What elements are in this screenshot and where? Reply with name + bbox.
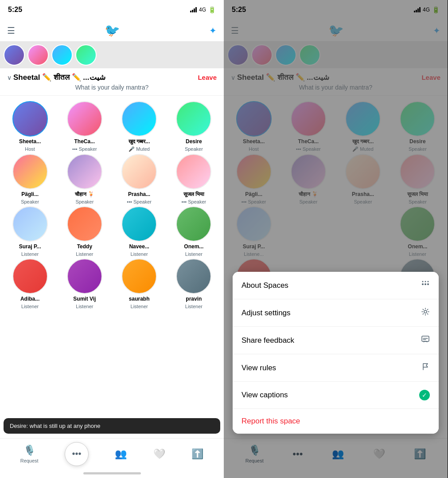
notification-banner-left: Desire: what is still up at any phone: [4, 418, 220, 434]
report-space-label: Report this space: [242, 417, 300, 426]
role-pravin: Listener: [185, 304, 203, 309]
name-pagli: Pägli...: [21, 191, 39, 197]
svg-point-6: [424, 310, 427, 313]
avatar-theca: [67, 101, 102, 137]
participant-10[interactable]: Teddy Listener: [58, 206, 111, 257]
participant-12[interactable]: Onem... Listener: [168, 206, 220, 257]
participant-13[interactable]: Adiba... Listener: [4, 259, 56, 309]
avatar-sumit: [67, 259, 102, 294]
svg-point-2: [427, 283, 429, 285]
avatar-sheetal: [12, 101, 48, 137]
name-sumit: Sumit Vij: [73, 296, 96, 302]
network-type-left: 4G: [199, 7, 206, 13]
participant-11[interactable]: Navee... Listener: [113, 206, 166, 257]
home-indicator-left: [83, 472, 141, 474]
people-icon-left[interactable]: 👥: [115, 448, 127, 460]
participant-14[interactable]: Sumit Vij Listener: [58, 259, 111, 309]
avatar-khud: [121, 101, 157, 137]
hamburger-icon-left[interactable]: ☰: [7, 25, 15, 36]
adjust-settings-label: Adjust settings: [242, 309, 291, 317]
name-prasha: Prasha...: [128, 191, 150, 197]
menu-item-report-space[interactable]: Report this space: [233, 409, 439, 434]
role-onem: Listener: [185, 251, 203, 257]
avatar-saurabh: [121, 259, 157, 294]
participant-1[interactable]: Sheeta... Host: [4, 101, 56, 152]
heart-symbol: 🤍: [153, 448, 165, 460]
role-teddy: Listener: [76, 251, 93, 257]
view-rules-label: View rules: [242, 364, 276, 372]
participant-4[interactable]: Desire Speaker: [168, 101, 220, 152]
svg-point-1: [425, 283, 426, 285]
avatar-navee: [121, 206, 157, 242]
participant-7[interactable]: Prasha... ••• Speaker: [113, 154, 166, 204]
role-chouhan: Speaker: [75, 199, 93, 204]
avatar-sujal: [176, 154, 211, 189]
avatar-prasha: [121, 154, 157, 189]
dots-icon: [421, 280, 430, 291]
menu-item-view-rules[interactable]: View rules: [233, 354, 439, 382]
header-avatar-2: [27, 44, 49, 66]
menu-item-view-captions[interactable]: View captions ✓: [233, 382, 439, 409]
chevron-down-icon-left: ∨: [7, 74, 12, 81]
heart-icon-left[interactable]: 🤍: [153, 448, 165, 460]
top-nav-left: ☰ 🐦 ✦: [0, 20, 224, 42]
name-theca: TheCa...: [74, 138, 95, 145]
status-bar-left: 5:25 4G 🔋: [0, 0, 224, 20]
participant-8[interactable]: सूजल भिया ••• Speaker: [168, 154, 220, 204]
bar2: [192, 10, 193, 12]
svg-rect-7: [422, 336, 429, 341]
name-sujal: सूजल भिया: [183, 191, 204, 197]
notification-text-left: Desire: what is still up at any phone: [10, 423, 101, 429]
menu-item-share-feedback[interactable]: Share feedback: [233, 327, 439, 354]
request-label-left: Request: [20, 458, 39, 463]
menu-item-adjust-settings[interactable]: Adjust settings: [233, 299, 439, 327]
bar1: [190, 11, 191, 12]
participant-9[interactable]: Suraj P... Listener: [4, 206, 56, 257]
more-options-button-left[interactable]: •••: [65, 442, 89, 466]
name-saurabh: saurabh: [129, 296, 150, 302]
share-symbol: ⬆️: [191, 448, 203, 460]
twitter-logo-left: 🐦: [105, 23, 120, 38]
signal-bars-left: [190, 7, 197, 12]
header-avatar-4: [75, 44, 97, 66]
avatar-teddy: [67, 206, 102, 242]
chat-icon: [421, 335, 430, 346]
ellipsis-icon-left: •••: [72, 449, 82, 459]
participant-16[interactable]: pravin Listener: [168, 259, 220, 309]
space-subtitle-left: What is your daily mantra?: [7, 82, 217, 93]
space-room-bar-left: ∨ Sheetal ✏️ शीतल ✏️ ...شيت Leave What i…: [0, 68, 224, 96]
check-green-icon: ✓: [419, 390, 430, 400]
share-icon-left[interactable]: ⬆️: [191, 448, 203, 460]
avatar-chouhan: [67, 154, 102, 189]
role-pagli: Speaker: [21, 199, 39, 204]
mic-icon-left[interactable]: 🎙️ Request: [20, 445, 39, 463]
name-desire: Desire: [186, 138, 202, 145]
sparkle-icon-left[interactable]: ✦: [209, 25, 217, 36]
bar3: [194, 8, 195, 12]
leave-button-left[interactable]: Leave: [198, 74, 217, 81]
context-menu: About Spaces Adjust settings: [233, 272, 439, 434]
svg-point-4: [425, 281, 426, 282]
avatar-pravin: [176, 259, 211, 294]
menu-item-about-spaces[interactable]: About Spaces: [233, 272, 439, 299]
role-sheetal: Host: [25, 146, 35, 152]
participant-3[interactable]: खुद गब्बर... 🎤 Muted: [113, 101, 166, 152]
bar4: [195, 7, 197, 12]
role-sumit: Listener: [76, 304, 93, 309]
status-icons-left: 4G 🔋: [190, 6, 216, 13]
participant-15[interactable]: saurabh Listener: [113, 259, 166, 309]
role-theca: ••• Speaker: [72, 146, 97, 152]
role-prasha: ••• Speaker: [127, 199, 152, 204]
status-time-left: 5:25: [8, 6, 22, 14]
avatar-adiba: [12, 259, 48, 294]
view-captions-label: View captions: [242, 391, 288, 400]
participant-5[interactable]: Pägli... Speaker: [4, 154, 56, 204]
name-sheetal: Sheeta...: [19, 138, 41, 145]
flag-icon: [421, 362, 430, 373]
share-feedback-label: Share feedback: [242, 336, 294, 345]
space-title-row-left: ∨ Sheetal ✏️ शीतल ✏️ ...شيت Leave: [7, 73, 217, 82]
name-teddy: Teddy: [77, 243, 92, 250]
participant-2[interactable]: TheCa... ••• Speaker: [58, 101, 111, 152]
participant-6[interactable]: चौहान 🍹 Speaker: [58, 154, 111, 204]
avatar-desire: [176, 101, 211, 137]
